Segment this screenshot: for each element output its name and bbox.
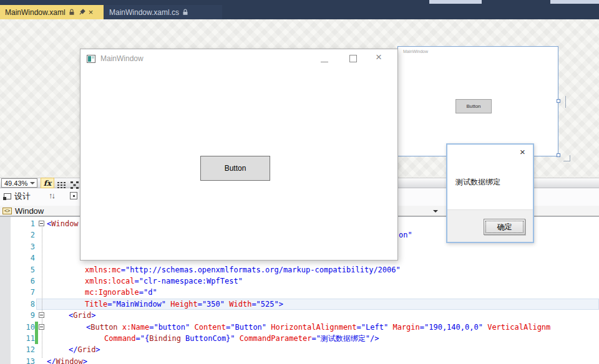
- resize-handle-right[interactable]: [557, 99, 560, 103]
- code-token: "clr-namespace:WpfTest": [139, 277, 243, 285]
- grid-icon[interactable]: [57, 180, 66, 191]
- code-token: VerticalAlignm: [487, 323, 550, 332]
- tab-mainwindow-xaml-cs[interactable]: MainWindow.xaml.cs: [104, 5, 222, 19]
- code-token: ButtonCom}": [181, 334, 235, 343]
- tab-mainwindow-xaml[interactable]: MainWindow.xaml ×: [0, 5, 104, 19]
- code-token: [118, 323, 122, 332]
- code-token: Grid: [77, 345, 95, 354]
- code-token: HorizontalAlignment: [271, 323, 356, 332]
- code-token: xmlns:mc: [85, 266, 121, 274]
- tab-label: MainWindow.xaml: [5, 8, 66, 17]
- code-line[interactable]: <Window: [47, 218, 79, 229]
- close-icon[interactable]: ×: [520, 147, 525, 157]
- fold-collapse-box[interactable]: [39, 324, 44, 330]
- fold-collapse-box[interactable]: [39, 312, 44, 318]
- close-icon[interactable]: ×: [89, 8, 94, 16]
- code-line[interactable]: Title="MainWindow" Height="350" Width="5…: [85, 299, 283, 310]
- code-token: mc:Ignorable: [85, 288, 139, 297]
- designer-artboard[interactable]: MainWindow Button: [397, 46, 558, 156]
- change-tracking-bar: [35, 322, 38, 345]
- code-token: "Button": [230, 323, 266, 332]
- code-line[interactable]: Command="{Binding ButtonCom}" CommandPar…: [104, 333, 379, 344]
- code-token: =: [136, 334, 140, 343]
- pin-icon[interactable]: [78, 9, 85, 16]
- code-token: Margin: [392, 323, 419, 332]
- line-number: 7: [11, 287, 35, 298]
- artboard-button-preview[interactable]: Button: [455, 99, 492, 113]
- code-token: on": [399, 231, 412, 239]
- line-number: 13: [11, 356, 35, 364]
- code-token: Title: [85, 300, 107, 309]
- code-token: />: [370, 334, 379, 343]
- titlebar-fragment: [550, 0, 599, 4]
- code-token: "350": [202, 300, 225, 309]
- line-number: 12: [11, 344, 35, 355]
- code-token: </: [47, 357, 56, 364]
- code-line[interactable]: mc:Ignorable="d": [85, 287, 157, 298]
- code-token: "Left": [361, 323, 388, 332]
- messagebox-footer: 确定: [447, 209, 533, 242]
- line-number: 8: [11, 299, 35, 310]
- code-token: =: [139, 288, 144, 297]
- app-button[interactable]: Button: [200, 156, 270, 181]
- code-token: </: [69, 345, 77, 354]
- code-token: Content: [194, 323, 226, 332]
- code-line[interactable]: <Grid>: [69, 310, 95, 321]
- line-number: 6: [11, 275, 35, 287]
- ok-button[interactable]: 确定: [484, 219, 525, 235]
- fold-collapse-box[interactable]: [39, 221, 44, 226]
- code-token: "button": [153, 323, 190, 332]
- tag-icon: <>: [2, 208, 12, 214]
- zoom-select[interactable]: 49.43%: [1, 178, 37, 188]
- code-line[interactable]: </Window>: [47, 356, 87, 364]
- code-token: Grid: [73, 311, 91, 320]
- line-number: 10: [11, 322, 35, 333]
- code-token: CommandParameter: [240, 334, 312, 343]
- code-token: "d": [144, 288, 157, 297]
- line-number: 5: [11, 264, 35, 275]
- close-button[interactable]: ×: [376, 51, 382, 64]
- chevron-down-icon: [30, 182, 35, 184]
- collapse-pane-icon[interactable]: [70, 192, 77, 199]
- code-line[interactable]: </Grid>: [69, 344, 100, 355]
- code-token: [235, 334, 240, 343]
- code-token: =: [121, 266, 125, 274]
- swap-panes-icon[interactable]: ↑↓: [49, 191, 54, 200]
- app-button-label: Button: [225, 164, 246, 173]
- tab-label: MainWindow.xaml.cs: [109, 8, 179, 17]
- code-token: =: [198, 300, 202, 309]
- fx-label: fx: [44, 179, 51, 188]
- messagebox-dialog: × 测试数据绑定 确定: [446, 143, 534, 243]
- code-line[interactable]: xmlns:local="clr-namespace:WpfTest": [85, 275, 243, 287]
- snap-grid-icon[interactable]: [71, 180, 79, 191]
- code-token: Window: [51, 219, 78, 228]
- breadcrumb-dropdown-icon[interactable]: [433, 210, 438, 213]
- lock-icon: [69, 9, 75, 16]
- minimize-button[interactable]: [321, 62, 328, 62]
- breadcrumb-node-window[interactable]: Window: [15, 206, 44, 216]
- code-token: =: [134, 277, 139, 285]
- maximize-button[interactable]: [349, 55, 357, 62]
- effects-fx-button[interactable]: fx: [41, 178, 54, 188]
- code-token: "http://schemas.openxmlformats.org/marku…: [125, 266, 401, 274]
- editor-indicator-margin: [0, 217, 11, 364]
- code-token: "MainWindow": [112, 300, 166, 309]
- design-view-label: 设计: [14, 191, 31, 202]
- ok-button-label: 确定: [497, 222, 512, 232]
- code-line[interactable]: <Button x:Name="button" Content="Button"…: [86, 322, 550, 333]
- code-token: xmlns:local: [85, 277, 134, 285]
- code-line[interactable]: on": [399, 229, 412, 241]
- code-line[interactable]: xmlns:mc="http://schemas.openxmlformats.…: [85, 264, 401, 275]
- code-token: Button: [90, 323, 117, 332]
- resize-handle-bottom-right[interactable]: [557, 153, 560, 157]
- code-token: >: [91, 311, 95, 320]
- design-view-icon: [4, 193, 11, 199]
- tab-design-view[interactable]: 设计: [4, 191, 31, 202]
- line-number: 1: [11, 218, 35, 229]
- app-window-mainwindow[interactable]: MainWindow × Button: [80, 49, 398, 261]
- margin-anchor-mark: [570, 155, 570, 161]
- line-number: 3: [11, 241, 35, 252]
- artboard-button-label: Button: [466, 103, 480, 109]
- code-token: Height: [170, 300, 197, 309]
- artboard-window-title: MainWindow: [403, 49, 428, 54]
